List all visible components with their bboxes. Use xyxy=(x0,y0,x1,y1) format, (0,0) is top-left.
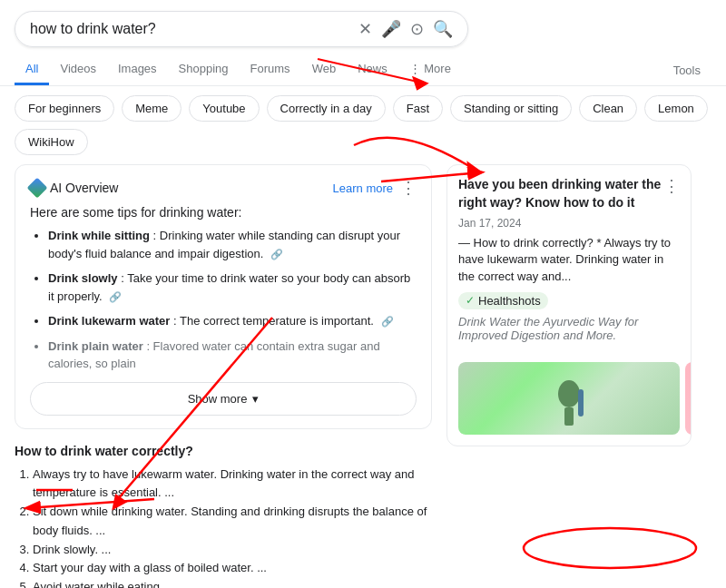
info-card: Have you been drinking water the right w… xyxy=(446,164,692,446)
image-woman-drinking xyxy=(685,362,692,435)
right-column: Have you been drinking water the right w… xyxy=(446,164,692,588)
chip-lemon[interactable]: Lemon xyxy=(644,95,708,122)
tab-web[interactable]: Web xyxy=(301,54,348,85)
chip-clean[interactable]: Clean xyxy=(579,95,637,122)
chevron-down-icon: ▾ xyxy=(252,392,259,406)
ai-list-item-2: Drink slowly : Take your time to drink w… xyxy=(48,270,417,305)
left-column: AI Overview Learn more ⋮ Here are some t… xyxy=(15,164,432,588)
info-card-body: Have you been drinking water the right w… xyxy=(447,165,691,353)
svg-rect-2 xyxy=(578,389,584,416)
tab-news[interactable]: News xyxy=(347,54,398,85)
chip-correctly-in-a-day[interactable]: Correctly in a day xyxy=(267,95,386,122)
voice-search-icon[interactable]: 🎤 xyxy=(381,19,401,39)
tab-shopping[interactable]: Shopping xyxy=(168,54,240,85)
nav-tabs: All Videos Images Shopping Forums Web Ne… xyxy=(0,47,726,86)
tab-more[interactable]: ⋮ More xyxy=(398,54,462,85)
filter-chips: For beginners Meme Youtube Correctly in … xyxy=(0,86,726,164)
image-woman-bottle xyxy=(458,362,680,435)
ai-overview-header: AI Overview Learn more ⋮ xyxy=(30,178,417,198)
search-submit-icon[interactable]: 🔍 xyxy=(433,19,453,39)
snippet-question: How to drink water correctly? xyxy=(15,444,432,458)
chip-fast[interactable]: Fast xyxy=(393,95,443,122)
show-more-button[interactable]: Show more ▾ xyxy=(30,382,417,416)
tab-images[interactable]: Images xyxy=(107,54,168,85)
snippet-step-1: Always try to have lukewarm water. Drink… xyxy=(33,466,432,504)
ai-overview-header-right: Learn more ⋮ xyxy=(333,178,417,198)
tab-all[interactable]: All xyxy=(15,54,49,85)
images-row xyxy=(447,362,691,446)
chip-standing-or-sitting[interactable]: Standing or sitting xyxy=(450,95,572,122)
info-card-title: Have you been drinking water the right w… xyxy=(458,176,663,211)
ai-list-item-3: Drink lukewarm water : The correct tempe… xyxy=(48,312,417,330)
ai-item-1-bold: Drink while sitting xyxy=(48,229,150,242)
ai-overview-menu[interactable]: ⋮ xyxy=(400,178,417,198)
ai-item-2-link-icon[interactable]: 🔗 xyxy=(109,291,122,302)
ai-list-item-1: Drink while sitting : Drinking water whi… xyxy=(48,227,417,262)
chip-youtube[interactable]: Youtube xyxy=(189,95,259,122)
ai-overview-intro: Here are some tips for drinking water: xyxy=(30,205,417,220)
source-check-icon: ✓ xyxy=(466,294,475,307)
ai-overview-label: AI Overview xyxy=(30,181,118,195)
chip-for-beginners[interactable]: For beginners xyxy=(15,95,114,122)
info-card-source: ✓ Healthshots xyxy=(458,292,680,309)
tab-videos[interactable]: Videos xyxy=(49,54,107,85)
snippet-steps: Always try to have lukewarm water. Drink… xyxy=(15,466,432,589)
learn-more-link[interactable]: Learn more xyxy=(333,181,393,195)
ai-overview-title: AI Overview xyxy=(50,181,118,195)
main-content: AI Overview Learn more ⋮ Here are some t… xyxy=(0,164,726,588)
ai-item-3-link-icon[interactable]: 🔗 xyxy=(381,316,394,327)
chip-meme[interactable]: Meme xyxy=(122,95,182,122)
search-input[interactable] xyxy=(30,21,351,37)
snippet-step-4: Start your day with a glass of boiled wa… xyxy=(33,559,432,578)
info-card-source-name: ✓ Healthshots xyxy=(458,292,548,309)
ai-overview: AI Overview Learn more ⋮ Here are some t… xyxy=(15,164,432,429)
info-card-date: Jan 17, 2024 xyxy=(458,217,680,230)
ai-item-4-bold: Drink plain water xyxy=(48,339,143,353)
show-more-label: Show more xyxy=(188,392,248,406)
svg-rect-1 xyxy=(564,407,574,426)
search-icons: ✕ 🎤 ⊙ 🔍 xyxy=(358,19,453,39)
svg-point-0 xyxy=(558,380,580,407)
ai-list-item-4: Drink plain water : Flavored water can c… xyxy=(48,338,417,373)
ai-item-3-bold: Drink lukewarm water xyxy=(48,314,170,328)
clear-button[interactable]: ✕ xyxy=(358,19,372,39)
ai-item-3-text: : The correct temperature is important. xyxy=(173,314,374,328)
ai-diamond-icon xyxy=(27,178,48,199)
featured-snippet: How to drink water correctly? Always try… xyxy=(15,444,432,589)
info-card-source-label: Healthshots xyxy=(478,294,541,308)
snippet-step-2: Sit down while drinking water. Standing … xyxy=(33,503,432,541)
info-card-subtext: Drink Water the Ayurvedic Way for Improv… xyxy=(458,315,680,342)
info-card-menu-icon[interactable]: ⋮ xyxy=(663,176,680,196)
search-bar: ✕ 🎤 ⊙ 🔍 xyxy=(15,11,468,47)
ai-overview-list: Drink while sitting : Drinking water whi… xyxy=(30,227,417,373)
search-bar-container: ✕ 🎤 ⊙ 🔍 xyxy=(0,0,726,47)
chip-wikihow[interactable]: WikiHow xyxy=(15,129,88,155)
tools-tab[interactable]: Tools xyxy=(662,56,711,84)
ai-item-1-link-icon[interactable]: 🔗 xyxy=(270,249,283,260)
snippet-step-3: Drink slowly. ... xyxy=(33,541,432,560)
tab-forums[interactable]: Forums xyxy=(240,54,301,85)
image-search-icon[interactable]: ⊙ xyxy=(410,19,424,39)
info-card-text: — How to drink correctly? * Always try t… xyxy=(458,235,680,285)
ai-item-2-bold: Drink slowly xyxy=(48,271,118,285)
snippet-step-5: Avoid water while eating. xyxy=(33,578,432,588)
